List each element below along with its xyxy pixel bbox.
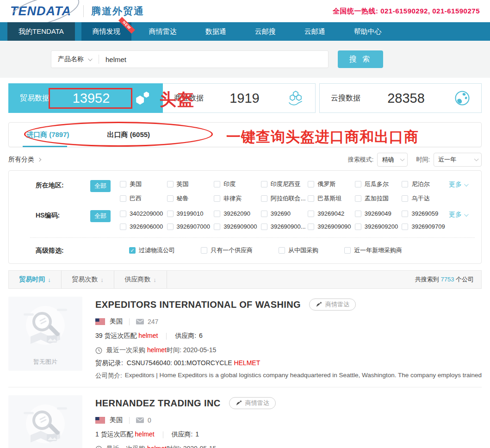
hscode-checkbox[interactable]: 3926909200	[355, 223, 402, 230]
region-checkbox[interactable]: 巴西	[120, 194, 167, 203]
advanced-checkbox-buy-from-china[interactable]: 从中国采购	[279, 245, 318, 255]
region-checkbox[interactable]: 阿拉伯联合...	[261, 194, 308, 203]
country-label: 美国	[110, 416, 123, 424]
region-checkbox[interactable]: 厄瓜多尔	[355, 180, 402, 188]
nav-label: 帮助中心	[354, 27, 382, 36]
hscode-more-link[interactable]: 更多	[449, 210, 475, 219]
header-divider	[83, 5, 84, 17]
result-item: 暂无图片 EXPEDITORS INTERNATIONAL OF WASHING…	[8, 289, 482, 387]
region-checkbox[interactable]: 印度	[214, 180, 261, 188]
company-name[interactable]: HERNANDEZ TRADING INC	[95, 398, 221, 409]
annotation-helmet-cn: 头盔	[160, 88, 195, 111]
checkbox-icon	[214, 211, 220, 217]
hexagons-icon	[133, 90, 151, 106]
supplier-count: 6	[199, 332, 203, 339]
nav-data-pass[interactable]: 数据通	[194, 22, 237, 41]
region-checkbox[interactable]: 孟加拉国	[355, 194, 402, 203]
hscode-checkbox[interactable]: 3926907000	[167, 223, 214, 230]
hscode-checkbox[interactable]: 39269059	[402, 210, 449, 217]
importer-exporter-tabs: 进口商 (7897) 出口商 (6055) 一键查询头盔进口商和出口商	[8, 122, 482, 147]
advanced-checkbox-new-buyers[interactable]: 近一年新增采购商	[344, 245, 402, 255]
stat-trade-data[interactable]: 贸易数据 13952	[8, 83, 163, 113]
company-name[interactable]: EXPEDITORS INTERNATIONAL OF WASHING	[95, 299, 301, 310]
tab-importers[interactable]: 进口商 (7897)	[26, 131, 69, 139]
search-mode-select[interactable]: 精确	[377, 153, 408, 167]
search-input[interactable]	[105, 56, 138, 63]
mode-group: 搜索模式: 精确 时间: 近一年	[348, 153, 482, 167]
region-checkbox[interactable]: 英国	[167, 180, 214, 188]
region-checkbox[interactable]: 巴基斯坦	[308, 194, 355, 203]
field-type-value: 产品名称	[58, 55, 84, 63]
region-checkbox[interactable]: 菲律宾	[214, 194, 261, 203]
stat-value: 13952	[50, 91, 133, 106]
active-tab-underline	[23, 146, 67, 147]
region-checkbox[interactable]: 印度尼西亚	[261, 180, 308, 188]
nav-business-radar[interactable]: 商情雷达	[138, 22, 188, 41]
filter-panel: 所在地区: 全部 美国 英国 印度 印度尼西亚 俄罗斯 厄瓜多尔 尼泊尔 巴西 …	[8, 170, 482, 264]
last-purchase-line: 最近一次采购 helmet时间: 2020-05-15	[95, 445, 482, 448]
region-checkbox[interactable]: 俄罗斯	[308, 180, 355, 188]
hscode-checkbox[interactable]: 3926909709	[402, 223, 449, 230]
region-checkbox[interactable]: 秘鲁	[167, 194, 214, 203]
advanced-checkbox-single-supplier[interactable]: 只有一个供应商	[201, 245, 253, 255]
sort-trade-time[interactable]: 贸易时间↓	[9, 271, 62, 288]
hscode-checkbox[interactable]: 392690	[261, 210, 308, 217]
keyword-highlight: helmet	[147, 445, 167, 448]
chevron-right-icon	[37, 158, 41, 162]
checkbox-icon	[308, 211, 314, 217]
sort-trade-count[interactable]: 贸易次数↓	[62, 271, 114, 288]
hscode-checkbox[interactable]: 39269042	[308, 210, 355, 217]
checkbox-icon	[344, 247, 351, 254]
advanced-checkbox-filter-logistics[interactable]: ✓过滤物流公司	[129, 245, 175, 255]
keyword-highlight: HELMET	[234, 359, 260, 367]
region-all-badge[interactable]: 全部	[90, 180, 111, 192]
meta-divider	[129, 318, 130, 325]
hscode-checkbox[interactable]: 3926906000	[120, 223, 167, 230]
hscode-checkbox[interactable]: 3926909090	[308, 223, 355, 230]
checkbox-icon	[261, 211, 267, 217]
hscode-all-badge[interactable]: 全部	[90, 210, 111, 222]
hscode-checkbox[interactable]: 3402209000	[120, 210, 167, 217]
clock-icon	[95, 446, 102, 448]
chevron-down-icon	[464, 212, 469, 217]
tab-exporters[interactable]: 出口商 (6055)	[107, 131, 150, 139]
hscode-checkbox[interactable]: 3926909000	[214, 223, 261, 230]
email-count: 0	[148, 417, 151, 424]
chevron-down-icon	[400, 156, 405, 161]
nav-help-center[interactable]: 帮助中心	[343, 22, 393, 41]
hscode-checkbox[interactable]: 39269049	[355, 210, 402, 217]
region-checkbox[interactable]: 尼泊尔	[402, 180, 449, 188]
chevron-down-icon	[88, 56, 93, 61]
sort-supplier-count[interactable]: 供应商数↓	[114, 271, 167, 288]
nav-cloud-mail-search[interactable]: 云邮搜	[244, 22, 287, 41]
dotted-divider	[30, 237, 475, 238]
nav-my-tendata[interactable]: 我的TENDATA	[7, 22, 75, 41]
nav-cloud-mail-pass[interactable]: 云邮通	[293, 22, 336, 41]
region-more-link[interactable]: 更多	[449, 180, 475, 189]
region-checkbox[interactable]: 乌干达	[402, 194, 449, 203]
all-categories-link[interactable]: 所有分类	[8, 156, 41, 164]
checkbox-icon	[308, 181, 314, 187]
company-profile-line: 公司简介: Expeditors | Home Expeditors is a …	[95, 372, 482, 380]
region-checkbox[interactable]: 美国	[120, 180, 167, 188]
search-bar-divider	[99, 55, 99, 64]
hscode-checkbox[interactable]: 39262090	[214, 210, 261, 217]
stat-cloud-search-data[interactable]: 云搜数据 28358	[319, 83, 482, 113]
field-type-select[interactable]: 产品名称	[51, 55, 99, 63]
nav-business-discovery[interactable]: 商情发现 NEW	[81, 22, 131, 41]
hscode-checkbox[interactable]: 39199010	[167, 210, 214, 217]
radar-button[interactable]: 商情雷达	[309, 299, 356, 311]
annotation-query-text: 一键查询头盔进口商和出口商	[226, 127, 419, 147]
hscode-checkbox[interactable]: 392690900...	[261, 223, 308, 230]
tendata-logo[interactable]: TENDATA	[8, 3, 76, 19]
search-button[interactable]: 搜 索	[338, 50, 383, 68]
time-label: 时间:	[416, 156, 430, 164]
checkbox-icon	[120, 211, 126, 217]
checkbox-icon	[279, 247, 285, 254]
time-range-select[interactable]: 近一年	[434, 153, 482, 167]
page: TENDATA 腾道外贸通 全国统一热线: 021-61590292, 021-…	[0, 0, 490, 448]
radar-button[interactable]: 商情雷达	[229, 397, 276, 409]
keyword-highlight: helmet	[138, 332, 158, 339]
chevron-down-icon	[474, 156, 479, 161]
category-toolbar: 所有分类 搜索模式: 精确 时间: 近一年	[8, 153, 482, 167]
